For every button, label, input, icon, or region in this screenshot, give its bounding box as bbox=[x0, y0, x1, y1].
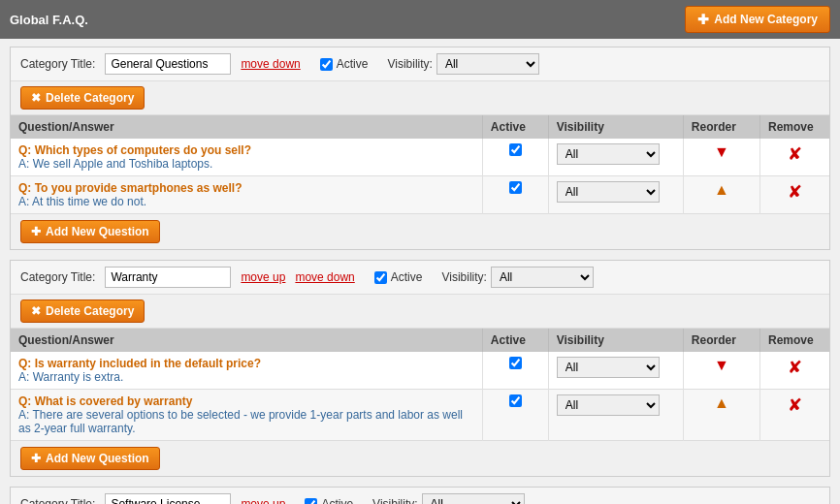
reorder-cell-q1: ▼ bbox=[683, 139, 759, 176]
col-header-visibility-cat1: Visibility bbox=[548, 115, 683, 139]
active-label-cat2: Active bbox=[391, 270, 423, 284]
visibility-group-cat2: Visibility: AllLogged InNot Logged In bbox=[441, 267, 593, 288]
qa-visibility-select-q2[interactable]: AllLogged InNot Logged In bbox=[557, 181, 660, 203]
remove-button-q3[interactable]: ✘ bbox=[788, 358, 802, 377]
qa-active-checkbox-q1[interactable] bbox=[509, 143, 522, 156]
visibility-select-cat2[interactable]: AllLogged InNot Logged In bbox=[491, 267, 594, 288]
col-header-remove-cat1: Remove bbox=[760, 115, 830, 139]
visibility-label-cat3: Visibility: bbox=[372, 497, 417, 504]
arrow-up-q4[interactable]: ▲ bbox=[714, 394, 729, 411]
question-text-q3[interactable]: Q: Is warranty included in the default p… bbox=[18, 357, 474, 370]
add-category-label: Add New Category bbox=[714, 13, 818, 26]
col-header-reorder-cat1: Reorder bbox=[683, 115, 759, 139]
delete-icon-cat1: ✖ bbox=[31, 91, 41, 105]
remove-cell-q3: ✘ bbox=[760, 352, 830, 390]
page-content: Category Title: move down Active Visibil… bbox=[0, 39, 840, 504]
qa-active-checkbox-q4[interactable] bbox=[509, 394, 522, 407]
category-title-input-cat2[interactable] bbox=[105, 267, 231, 288]
category-title-label-cat2: Category Title: bbox=[20, 270, 95, 284]
category-header-cat2: Category Title: move up move down Active… bbox=[11, 261, 829, 295]
move-down-link-cat1[interactable]: move down bbox=[241, 57, 300, 71]
table-header-row-cat1: Question/Answer Active Visibility Reorde… bbox=[11, 115, 829, 139]
active-cell-q3 bbox=[482, 352, 548, 390]
active-group-cat2: Active bbox=[374, 270, 423, 284]
visibility-group-cat1: Visibility: AllLogged InNot Logged In bbox=[387, 53, 538, 75]
qa-visibility-select-q3[interactable]: AllLogged InNot Logged In bbox=[557, 357, 660, 378]
move-up-link-cat3[interactable]: move up bbox=[241, 497, 285, 504]
col-header-reorder-cat2: Reorder bbox=[683, 329, 759, 352]
visibility-group-cat3: Visibility: AllLogged InNot Logged In bbox=[372, 493, 524, 504]
qa-visibility-select-q1[interactable]: AllLogged InNot Logged In bbox=[557, 143, 660, 165]
reorder-cell-q4: ▲ bbox=[683, 390, 759, 441]
visibility-cell-q2: AllLogged InNot Logged In bbox=[548, 176, 683, 214]
add-question-label-cat2: Add New Question bbox=[46, 452, 149, 465]
col-header-active-cat2: Active bbox=[482, 329, 548, 352]
visibility-select-cat3[interactable]: AllLogged InNot Logged In bbox=[422, 493, 525, 504]
arrow-down-q3[interactable]: ▼ bbox=[714, 357, 729, 373]
category-section-cat2: Category Title: move up move down Active… bbox=[10, 260, 830, 477]
active-checkbox-cat2[interactable] bbox=[374, 271, 387, 284]
answer-text-q3: A: Warranty is extra. bbox=[18, 370, 474, 384]
category-section-cat3: Category Title: move up Active Visibilit… bbox=[10, 487, 830, 504]
add-new-category-button[interactable]: ✚ Add New Category bbox=[685, 6, 830, 33]
col-header-remove-cat2: Remove bbox=[760, 329, 830, 352]
active-cell-q1 bbox=[482, 139, 548, 176]
arrow-down-q1[interactable]: ▼ bbox=[714, 143, 729, 160]
visibility-cell-q4: AllLogged InNot Logged In bbox=[548, 390, 683, 441]
reorder-cell-q2: ▲ bbox=[683, 176, 759, 214]
question-text-q2[interactable]: Q: To you provide smartphones as well? bbox=[18, 181, 474, 195]
qa-tbody-cat1: Q: Which types of computers do you sell?… bbox=[11, 139, 829, 214]
col-header-qa-cat1: Question/Answer bbox=[11, 115, 482, 139]
table-row: Q: Which types of computers do you sell?… bbox=[11, 139, 829, 176]
page-title: Global F.A.Q. bbox=[10, 13, 88, 27]
category-header-cat1: Category Title: move down Active Visibil… bbox=[11, 47, 829, 81]
delete-category-button-cat1[interactable]: ✖ Delete Category bbox=[20, 86, 145, 110]
active-label-cat1: Active bbox=[337, 57, 369, 71]
visibility-cell-q3: AllLogged InNot Logged In bbox=[548, 352, 683, 390]
delete-row-cat1: ✖ Delete Category bbox=[11, 81, 829, 115]
table-row: Q: To you provide smartphones as well? A… bbox=[11, 176, 829, 214]
page-header: Global F.A.Q. ✚ Add New Category bbox=[0, 0, 840, 39]
qa-visibility-select-q4[interactable]: AllLogged InNot Logged In bbox=[557, 394, 660, 416]
remove-button-q1[interactable]: ✘ bbox=[788, 144, 802, 164]
active-cell-q2 bbox=[482, 176, 548, 214]
delete-row-cat2: ✖ Delete Category bbox=[11, 295, 829, 329]
remove-cell-q4: ✘ bbox=[760, 390, 830, 441]
move-down-link-cat2[interactable]: move down bbox=[295, 270, 354, 284]
category-title-input-cat3[interactable] bbox=[105, 493, 231, 504]
add-question-plus-icon-cat2: ✚ bbox=[31, 452, 41, 465]
move-up-link-cat2[interactable]: move up bbox=[241, 270, 285, 284]
remove-button-q4[interactable]: ✘ bbox=[788, 395, 802, 415]
qa-table-cat2: Question/Answer Active Visibility Reorde… bbox=[11, 329, 829, 441]
delete-category-button-cat2[interactable]: ✖ Delete Category bbox=[20, 299, 145, 323]
visibility-select-cat1[interactable]: AllLogged InNot Logged In bbox=[436, 53, 539, 75]
remove-button-q2[interactable]: ✘ bbox=[788, 182, 802, 202]
add-question-button-cat1[interactable]: ✚ Add New Question bbox=[20, 220, 160, 243]
add-question-plus-icon-cat1: ✚ bbox=[31, 225, 41, 238]
question-text-q4[interactable]: Q: What is covered by warranty bbox=[18, 394, 474, 408]
qa-active-checkbox-q2[interactable] bbox=[509, 181, 522, 194]
visibility-label-cat1: Visibility: bbox=[387, 57, 432, 71]
add-question-row-cat1: ✚ Add New Question bbox=[11, 214, 829, 249]
add-question-button-cat2[interactable]: ✚ Add New Question bbox=[20, 447, 160, 470]
remove-cell-q1: ✘ bbox=[760, 139, 830, 176]
add-question-label-cat1: Add New Question bbox=[46, 225, 149, 238]
answer-text-q4: A: There are several options to be selec… bbox=[18, 408, 474, 435]
category-section-cat1: Category Title: move down Active Visibil… bbox=[10, 47, 830, 250]
answer-text-q1: A: We sell Apple and Toshiba laptops. bbox=[18, 157, 474, 171]
active-checkbox-cat3[interactable] bbox=[305, 498, 317, 505]
question-text-q1[interactable]: Q: Which types of computers do you sell? bbox=[18, 143, 474, 157]
qa-active-checkbox-q3[interactable] bbox=[509, 357, 522, 369]
active-checkbox-cat1[interactable] bbox=[320, 58, 333, 71]
category-title-input-cat1[interactable] bbox=[105, 53, 231, 75]
table-header-row-cat2: Question/Answer Active Visibility Reorde… bbox=[11, 329, 829, 352]
category-title-label-cat3: Category Title: bbox=[20, 497, 95, 504]
category-header-cat3: Category Title: move up Active Visibilit… bbox=[11, 488, 829, 504]
qa-cell-q3: Q: Is warranty included in the default p… bbox=[11, 352, 482, 390]
active-cell-q4 bbox=[482, 390, 548, 441]
active-group-cat3: Active bbox=[305, 497, 353, 504]
qa-tbody-cat2: Q: Is warranty included in the default p… bbox=[11, 352, 829, 441]
table-row: Q: What is covered by warranty A: There … bbox=[11, 390, 829, 441]
qa-cell-q4: Q: What is covered by warranty A: There … bbox=[11, 390, 482, 441]
arrow-up-q2[interactable]: ▲ bbox=[714, 181, 729, 198]
